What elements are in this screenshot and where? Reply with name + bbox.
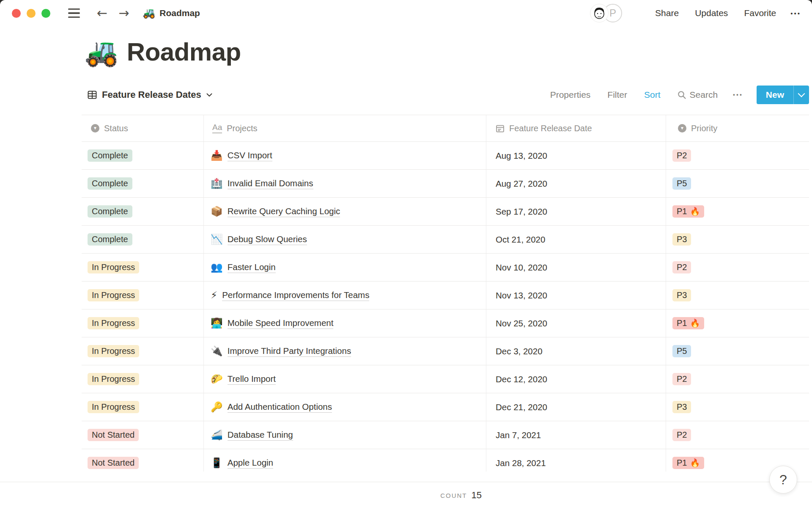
date-cell[interactable]: Nov 10, 2020 xyxy=(486,254,666,281)
priority-badge[interactable]: P2 🔥 xyxy=(672,429,691,441)
project-cell[interactable]: 🔌 Improve Third Party Integrations xyxy=(204,337,486,365)
forward-arrow-icon[interactable]: → xyxy=(118,7,129,19)
project-cell[interactable]: 👩‍💻 Mobile Speed Improvement xyxy=(204,309,486,337)
priority-badge[interactable]: P5 🔥 xyxy=(672,345,691,357)
status-badge[interactable]: Complete xyxy=(88,205,132,218)
status-cell[interactable]: In Progress xyxy=(82,337,204,365)
status-badge[interactable]: In Progress xyxy=(88,345,139,357)
priority-badge[interactable]: P1 🔥 xyxy=(672,205,704,218)
date-cell[interactable]: Dec 21, 2020 xyxy=(486,393,666,421)
project-link[interactable]: Add Authentication Options xyxy=(228,402,332,413)
priority-badge[interactable]: P3 🔥 xyxy=(672,289,691,301)
priority-cell[interactable]: P1 🔥 xyxy=(666,198,809,225)
date-cell[interactable]: Sep 17, 2020 xyxy=(486,198,666,225)
project-link[interactable]: Invalid Email Domains xyxy=(228,178,313,189)
column-header-release-date[interactable]: Feature Release Date xyxy=(486,115,666,141)
status-cell[interactable]: Not Started xyxy=(82,449,204,472)
status-badge[interactable]: Complete xyxy=(88,149,132,162)
priority-badge[interactable]: P1 🔥 xyxy=(672,317,704,329)
new-button-dropdown[interactable] xyxy=(793,86,809,104)
priority-cell[interactable]: P1 🔥 xyxy=(666,309,809,337)
view-more-options-icon[interactable]: ••• xyxy=(733,91,743,98)
status-cell[interactable]: In Progress xyxy=(82,309,204,337)
priority-cell[interactable]: P2 🔥 xyxy=(666,254,809,281)
project-link[interactable]: Performance Improvements for Teams xyxy=(222,290,369,301)
project-link[interactable]: Apple Login xyxy=(228,458,273,469)
count-calculation[interactable]: COUNT 15 xyxy=(440,482,482,508)
status-badge[interactable]: In Progress xyxy=(88,401,139,413)
project-link[interactable]: Faster Login xyxy=(228,262,276,273)
date-cell[interactable]: Oct 21, 2020 xyxy=(486,226,666,253)
sort-button[interactable]: Sort xyxy=(644,90,661,100)
priority-cell[interactable]: P5 🔥 xyxy=(666,337,809,365)
priority-cell[interactable]: P2 🔥 xyxy=(666,421,809,449)
status-badge[interactable]: Complete xyxy=(88,177,132,190)
updates-button[interactable]: Updates xyxy=(695,8,728,18)
project-cell[interactable]: 📦 Rewrite Query Caching Logic xyxy=(204,198,486,225)
priority-cell[interactable]: P3 🔥 xyxy=(666,282,809,309)
date-cell[interactable]: Nov 25, 2020 xyxy=(486,309,666,337)
project-link[interactable]: Mobile Speed Improvement xyxy=(228,318,334,329)
column-header-priority[interactable]: ▼ Priority xyxy=(666,115,809,141)
status-cell[interactable]: Complete xyxy=(82,198,204,225)
status-cell[interactable]: In Progress xyxy=(82,254,204,281)
project-cell[interactable]: 🌮 Trello Import xyxy=(204,365,486,393)
status-cell[interactable]: In Progress xyxy=(82,393,204,421)
filter-button[interactable]: Filter xyxy=(607,90,627,100)
column-header-status[interactable]: ▼ Status xyxy=(82,115,204,141)
new-button-label[interactable]: New xyxy=(757,86,793,104)
date-cell[interactable]: Nov 13, 2020 xyxy=(486,282,666,309)
date-cell[interactable]: Aug 27, 2020 xyxy=(486,170,666,197)
date-cell[interactable]: Dec 12, 2020 xyxy=(486,365,666,393)
status-badge[interactable]: Not Started xyxy=(88,457,139,469)
project-cell[interactable]: 📥 CSV Import xyxy=(204,142,486,169)
status-cell[interactable]: In Progress xyxy=(82,365,204,393)
view-switcher[interactable]: Feature Release Dates xyxy=(82,89,212,100)
status-badge[interactable]: Not Started xyxy=(88,429,139,441)
page-tractor-emoji-icon[interactable]: 🚜 xyxy=(85,39,118,66)
priority-badge[interactable]: P2 🔥 xyxy=(672,373,691,385)
status-cell[interactable]: Complete xyxy=(82,226,204,253)
status-cell[interactable]: In Progress xyxy=(82,282,204,309)
priority-badge[interactable]: P3 🔥 xyxy=(672,233,691,246)
priority-badge[interactable]: P5 🔥 xyxy=(672,177,691,190)
priority-cell[interactable]: P5 🔥 xyxy=(666,170,809,197)
status-cell[interactable]: Complete xyxy=(82,170,204,197)
status-badge[interactable]: In Progress xyxy=(88,261,139,273)
project-link[interactable]: Rewrite Query Caching Logic xyxy=(228,206,340,217)
priority-cell[interactable]: P2 🔥 xyxy=(666,365,809,393)
project-link[interactable]: Improve Third Party Integrations xyxy=(228,346,351,357)
status-cell[interactable]: Not Started xyxy=(82,421,204,449)
close-window-button[interactable] xyxy=(12,9,21,18)
favorite-button[interactable]: Favorite xyxy=(744,8,776,18)
date-cell[interactable]: Dec 3, 2020 xyxy=(486,337,666,365)
priority-cell[interactable]: P3 🔥 xyxy=(666,393,809,421)
sidebar-menu-icon[interactable] xyxy=(68,8,80,18)
zoom-window-button[interactable] xyxy=(41,9,50,18)
date-cell[interactable]: Jan 7, 2021 xyxy=(486,421,666,449)
project-cell[interactable]: 📱 Apple Login xyxy=(204,449,486,472)
more-options-icon[interactable]: ••• xyxy=(790,10,801,17)
priority-badge[interactable]: P1 🔥 xyxy=(672,457,704,469)
project-cell[interactable]: 🏥 Invalid Email Domains xyxy=(204,170,486,197)
status-badge[interactable]: In Progress xyxy=(88,373,139,385)
back-arrow-icon[interactable]: ← xyxy=(97,7,107,19)
help-button[interactable]: ? xyxy=(769,466,797,494)
status-badge[interactable]: In Progress xyxy=(88,317,139,329)
share-button[interactable]: Share xyxy=(655,8,679,18)
project-link[interactable]: Database Tuning xyxy=(228,430,293,441)
priority-cell[interactable]: P3 🔥 xyxy=(666,226,809,253)
status-badge[interactable]: In Progress xyxy=(88,289,139,301)
priority-badge[interactable]: P3 🔥 xyxy=(672,401,691,413)
project-cell[interactable]: 🔑 Add Authentication Options xyxy=(204,393,486,421)
breadcrumb[interactable]: 🚜 Roadmap xyxy=(143,8,200,18)
project-cell[interactable]: ⚡ Performance Improvements for Teams xyxy=(204,282,486,309)
minimize-window-button[interactable] xyxy=(27,9,36,18)
project-link[interactable]: Debug Slow Queries xyxy=(228,234,307,245)
project-link[interactable]: Trello Import xyxy=(228,374,276,385)
properties-button[interactable]: Properties xyxy=(550,90,591,100)
project-cell[interactable]: 🚄 Database Tuning xyxy=(204,421,486,449)
avatar[interactable] xyxy=(590,4,609,22)
search-button[interactable]: Search xyxy=(678,90,718,100)
priority-badge[interactable]: P2 🔥 xyxy=(672,261,691,273)
